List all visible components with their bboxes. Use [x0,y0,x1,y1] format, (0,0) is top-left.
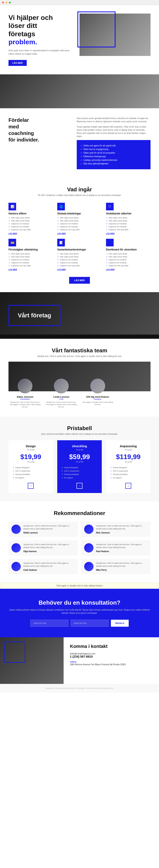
feature-list-item: Tote vada come desta [57,219,102,222]
team-heading: Vårt fantastiska team [8,347,151,354]
feature-list-item: Tote vada come desta [106,255,151,258]
avatar [90,379,105,394]
testimonial-name: Nick Jonsson [96,532,148,534]
notes-icon: 📝 [57,239,65,246]
testimonial-avatar [11,562,21,571]
testimonials-section: Rekommendationer Sample text. Click to s… [0,501,159,583]
plan-feature: 100 % responsive [62,469,97,473]
feature-link[interactable]: LÄS MER [8,232,53,235]
feature-list-item: Capturus om insiduat [57,261,102,264]
feature-link[interactable]: LÄS MER [106,269,151,271]
plan-arrow[interactable]: → [28,483,34,489]
cta-input-2[interactable] [71,620,109,627]
team-member-name: Linda Larsson [45,396,78,398]
team-member-role: Checklisten [8,398,41,400]
minimize-dot[interactable] [5,2,7,3]
feature-list-item: Tote vada come desta [106,219,151,222]
team-member-bio: Sample text. Click to select the text bo… [8,401,41,408]
cta-input-1[interactable] [30,620,68,627]
included-cta-button[interactable]: LÄS MER [69,277,90,284]
testimonial-name: Paul Hudson [96,550,148,553]
contact-image [0,637,64,684]
benefits-title: Fördelar med coachning för individer. [8,117,72,143]
feature-list-item: Capturus om insiduat [8,225,53,228]
feature-list-item: Capturus om insiduat [106,222,151,225]
feature-list-item: Tote vada come desta [57,216,102,219]
plan-arrow[interactable]: → [76,483,83,489]
testimonial-avatar [11,543,21,553]
testimonial-avatar [84,543,94,553]
contact-info: Komma i kontakt hello@creativeagency.com… [64,637,159,684]
maximize-dot[interactable] [9,2,10,3]
feature-title: Dashboard för utvecklare [106,248,151,251]
testimonial-content: Sample text. Click to select the text bo… [23,543,75,553]
cta-heading: Behöver du en konsultation? [8,599,151,606]
testimonial-card: Sample text. Click to select the text bo… [81,559,151,574]
code-icon [106,239,114,246]
team-member-role: Designer [81,398,114,400]
feature-list-item: Capturus om insiduat [106,258,151,261]
hero-body: Duis aute irure dolor in reprehenderit i… [8,49,75,56]
benefit-item: Effektivare träningsrupp [81,155,147,158]
feature-list-item: Tote vada come desta [106,252,151,255]
pricing-card: Utveckling 75 vy list $59,99 75 vy list … [57,440,102,493]
feature-card: 🛡 Omfattande säkerhet Tote vada come des… [106,203,151,235]
testimonial-content: Sample text. Click to select the text bo… [96,543,148,553]
feature-list-item: Tote vada come desta [106,216,151,219]
testimonial-content: Sample text. Click to select the text bo… [23,525,75,534]
team-member: Linda Larsson Chef Sample text. Click to… [45,379,78,408]
plan-feature: Instant designed [13,466,49,469]
plan-feature: Strong translation [110,473,146,476]
team-member-name: Gift dig med Hudson [81,396,114,398]
plan-sub: 75 vy list [62,449,97,451]
feature-link[interactable]: LÄS MER [8,269,53,271]
plan-arrow[interactable]: → [125,483,131,489]
plan-period: 75 vy list [13,461,49,463]
benefits-body2: Turpis egestas integer eget aliquet nibh… [77,125,151,138]
avatar [54,379,69,394]
benefit-item: Öka dina självständigheter [81,162,147,165]
wide-image-divider [0,74,159,108]
testimonial-avatar [84,525,94,534]
team-member-bio: Sample text. Click to select the text bo… [45,401,78,408]
feature-card: Dashboard för utvecklare Tote vada come … [106,239,151,271]
avatar [18,379,32,394]
testimonial-name: Cash Hudson [23,569,75,571]
hero-heading: Vi hjälper och löser ditt företags probl… [8,13,75,46]
feature-list-item: Tote vada come desta [8,252,53,255]
feature-link[interactable]: LÄS MER [57,269,102,271]
feature-list-item: Tote vada come desta [8,255,53,258]
benefits-section: Fördelar med coachning för individer. Se… [0,108,159,178]
hero-cta-button[interactable]: LÄS MER [8,60,27,66]
feature-link[interactable]: LÄS MER [57,232,102,235]
feature-card: 🌐 Globala betalningar Tote vada come des… [57,203,102,235]
testimonial-name: Stella Larsson [23,532,75,534]
close-dot[interactable] [2,2,4,3]
team-section: Vårt fantastiska team Sample text. Click… [0,339,159,417]
testimonial-text: Sample text. Click to select the text bo… [23,525,75,530]
plan-feature: 8x support [13,476,49,479]
cta-submit-button[interactable]: Skicka in [111,620,128,627]
plan-period: 75 vy list [110,461,146,463]
plan-feature: 8x support [62,476,97,479]
testimonial-card: Sample text. Click to select the text bo… [81,522,151,537]
company-heading: Vårt företag [18,312,51,319]
benefits-content: Sed posuere proin gravida hendrerit lect… [72,117,151,169]
testimonial-card: Sample text. Click to select the text bo… [8,522,78,537]
feature-card: 📝 Samarbetsanteckningar Tote vada come d… [57,239,102,271]
benefit-item: Ökat mod av engagemang [81,148,147,151]
contact-heading: Komma i kontakt [70,644,153,649]
pricing-card: Design 75 vy list $19,99 75 vy list Inst… [8,440,53,493]
wallet-icon: 💳 [8,239,16,246]
feature-list-item: Capturus om insiduat [8,222,53,225]
feature-link[interactable]: LÄS MER [106,232,151,235]
feature-list-item: Capturus com que after [57,264,102,267]
feature-title: Hantera affärer [8,212,53,215]
feature-list-item: Tote vada come desta [57,255,102,258]
feature-title: Samarbetsanteckningar [57,248,102,251]
benefits-heading: Fördelar med coachning för individer. [8,117,72,169]
pricing-heading: Pristabell [8,425,151,432]
testimonial-card: Sample text. Click to select the text bo… [8,540,78,556]
team-member: Gift dig med Hudson Designer Click again… [81,379,114,408]
feature-list-item: Capturus om insiduat [57,225,102,228]
